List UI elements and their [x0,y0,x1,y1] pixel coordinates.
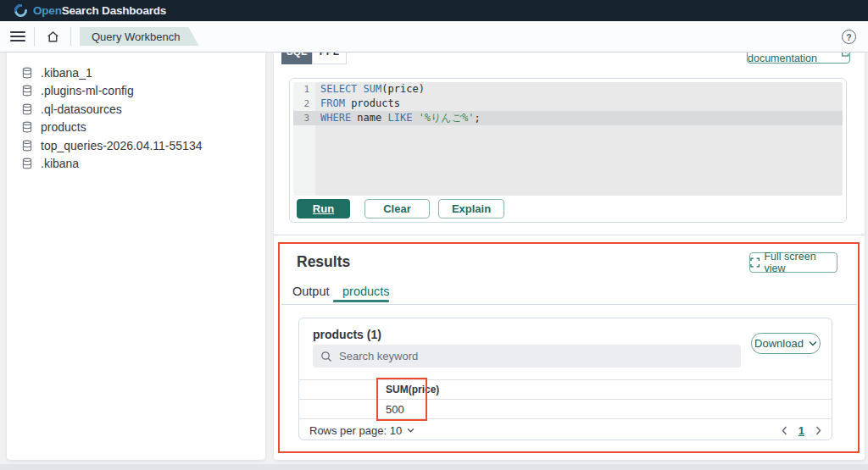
search-input[interactable]: Search keyword [313,345,741,368]
external-link-icon [841,53,849,58]
tabs-bottom-border [281,304,857,305]
pagination: 1 [782,423,821,438]
tab-products[interactable]: products [342,285,390,298]
code-line: 1SELECT SUM(price) [293,82,843,97]
index-name: .kibana [41,157,79,170]
language-tabs: SQL PPL [281,53,347,64]
top-header-bar: OpenSearch Dashboards [0,0,868,21]
table-top-border [299,379,832,380]
sidebar-index-item[interactable]: .kibana_1 [7,64,265,82]
results-title: Results [297,253,350,271]
editor-buttons: Run Clear Explain [297,199,504,218]
database-icon [21,121,33,133]
result-card-title: products (1) [313,328,381,341]
index-name: .plugins-ml-config [41,84,134,97]
query-editor-card: 1SELECT SUM(price)2FROM products3WHERE n… [289,78,847,223]
clear-button[interactable]: Clear [364,199,430,218]
main-panel: SQL PPL SQL documentation 1SELECT SUM(pr… [274,53,865,460]
breadcrumb[interactable]: Query Workbench [80,27,199,46]
rows-per-page-selector[interactable]: Rows per page: 10 [309,423,415,438]
index-sidebar: .kibana_1.plugins-ml-config.ql-datasourc… [7,53,265,460]
help-icon: ? [846,32,851,42]
home-button[interactable] [43,27,62,46]
table-bottom-border [299,418,832,419]
chevron-down-icon [407,428,415,433]
tab-output[interactable]: Output [292,285,330,298]
table-header-sum-price[interactable]: SUM(price) [386,384,439,395]
chevron-right-icon [815,426,821,435]
database-icon [21,85,33,97]
opensearch-logo[interactable]: OpenSearch Dashboards [14,4,166,17]
table-cell-value: 500 [386,403,404,416]
page-bottom-strip [0,464,868,470]
sql-code-editor[interactable]: 1SELECT SUM(price)2FROM products3WHERE n… [293,82,843,196]
previous-page-button[interactable] [782,426,787,435]
search-placeholder: Search keyword [339,350,418,362]
nav-divider [70,27,71,46]
fullscreen-icon [750,257,760,268]
code-line: 2FROM products [293,97,843,111]
menu-hamburger-icon[interactable] [10,30,25,43]
index-name: products [41,120,86,134]
table-header-border [299,399,832,400]
page-number[interactable]: 1 [798,424,804,437]
chevron-down-icon [809,340,817,346]
database-icon [21,158,33,169]
selected-tab-underline [333,300,389,302]
index-name: .kibana_1 [41,66,92,80]
index-name: top_queries-2026.04.11-55134 [41,139,202,152]
tab-ppl[interactable]: PPL [312,53,347,64]
run-button[interactable]: Run [297,199,350,218]
app-window: OpenSearch Dashboards Query Workbench ? … [0,0,868,470]
sql-documentation-button[interactable]: SQL documentation [747,53,850,64]
next-page-button[interactable] [815,426,821,435]
full-screen-view-button[interactable]: Full screen view [749,252,837,273]
result-table-card: products (1) Download Search keyword SUM… [298,318,832,440]
database-icon [21,103,33,115]
index-name: .ql-datasources [41,102,122,116]
download-button[interactable]: Download [751,333,821,354]
results-divider [274,235,865,235]
help-button[interactable]: ? [842,30,856,44]
sidebar-index-item[interactable]: .ql-datasources [7,100,265,119]
nav-divider [34,27,35,46]
explain-button[interactable]: Explain [438,199,504,218]
database-icon [21,140,33,152]
sidebar-index-item[interactable]: top_queries-2026.04.11-55134 [7,136,265,155]
sidebar-index-item[interactable]: .plugins-ml-config [7,82,265,101]
nav-bar: Query Workbench ? [0,21,868,53]
opensearch-swirl-icon [14,4,27,17]
brand-text: OpenSearch Dashboards [33,4,166,17]
search-icon [320,351,332,362]
sidebar-index-item[interactable]: .kibana [7,155,265,174]
sidebar-index-item[interactable]: products [7,119,265,137]
chevron-left-icon [782,426,787,435]
code-line: 3WHERE name LIKE '%りんご%'; [293,111,843,125]
tab-sql[interactable]: SQL [281,53,312,64]
database-icon [21,67,33,79]
home-icon [46,30,60,44]
